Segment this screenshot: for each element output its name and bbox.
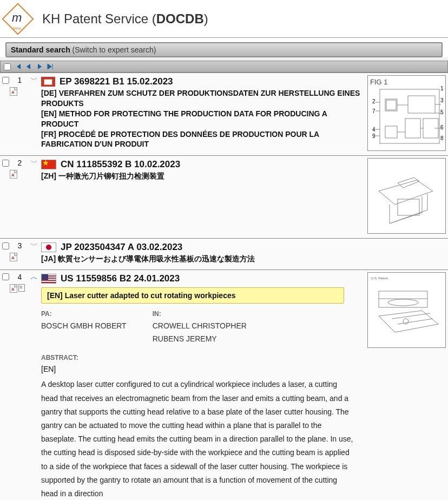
title-lang-tag: [FR]: [41, 130, 56, 139]
abstract-text: A desktop laser cutter configured to cut…: [41, 378, 355, 500]
last-page-icon[interactable]: [47, 63, 54, 70]
flag-us-icon: [41, 274, 56, 284]
result-number: 4: [18, 273, 22, 281]
svg-rect-0: [380, 89, 439, 143]
title-lang-tag: [EN]: [41, 109, 57, 118]
result-number: 2: [18, 159, 22, 167]
applicant-label: PA:: [41, 310, 127, 318]
result-row: 2 ﹀ CN 111855392 B 10.02.2023 [ZH] 一种激光刀…: [0, 155, 448, 238]
result-row-left: 4 ︿: [2, 272, 38, 500]
next-page-icon[interactable]: [36, 63, 43, 70]
title-text: METHOD FOR PROTECTING THE PRODUCTION DAT…: [41, 109, 327, 128]
title-lang-tag: [DE]: [41, 89, 57, 97]
result-number: 1: [18, 76, 22, 84]
expand-toggle-icon[interactable]: ﹀: [30, 158, 38, 168]
title-lang-tag: [JA]: [41, 254, 56, 263]
document-icon[interactable]: [18, 284, 25, 292]
result-titles: [JA] 軟質センサーおよび導電体用吸水性基板の迅速な製造方法: [41, 254, 442, 264]
svg-text:7: 7: [372, 108, 375, 114]
result-row-main: CN 111855392 B 10.02.2023 [ZH] 一种激光刀片铆钉扭…: [38, 158, 365, 234]
svg-text:8: 8: [440, 135, 443, 141]
publication-number: JP 2023504347 A 03.02.2023: [61, 242, 182, 253]
figure-label: FIG 1: [370, 78, 388, 86]
svg-text:1: 1: [440, 86, 443, 91]
app-header: m Mimi KH Patent Service (DOCDB): [0, 0, 448, 38]
status-badge-icon: ▇▇: [41, 77, 55, 87]
result-checkbox[interactable]: [2, 160, 9, 167]
abstract-label: ABSTRACT:: [41, 354, 361, 361]
svg-rect-4: [385, 126, 397, 138]
result-row-left: 2 ﹀: [2, 158, 38, 234]
result-row: 3 ﹀ JP 2023504347 A 03.02.2023 [JA] 軟質セン…: [0, 238, 448, 269]
result-thumbnail: [367, 158, 446, 234]
svg-text:6: 6: [440, 124, 443, 130]
svg-rect-5: [405, 119, 420, 138]
expand-toggle-icon[interactable]: ﹀: [30, 241, 38, 251]
result-number: 3: [18, 241, 22, 250]
results-toolbar: [0, 61, 448, 73]
svg-text:5: 5: [440, 109, 443, 115]
flag-cn-icon: [41, 160, 56, 169]
svg-rect-16: [398, 199, 419, 215]
result-row-left: 1 ﹀: [2, 75, 38, 151]
publication-number: EP 3698221 B1 15.02.2023: [60, 76, 173, 87]
result-thumbnail: FIG 1 1 2 3 7 5 6 4 8 9: [367, 75, 446, 151]
publication-line[interactable]: CN 111855392 B 10.02.2023: [41, 159, 361, 170]
title-lang-tag: [ZH]: [41, 172, 56, 180]
highlighted-title: [EN] Laser cutter adapted to cut rotatin…: [41, 287, 344, 304]
svg-rect-3: [408, 96, 435, 113]
biblio-columns: PA: BOSCH GMBH ROBERT IN: CROWELL CHRIST…: [41, 310, 361, 346]
result-row-left: 3 ﹀: [2, 241, 38, 265]
publication-line[interactable]: US 11559856 B2 24.01.2023: [41, 273, 361, 284]
svg-text:2: 2: [372, 98, 375, 104]
result-checkbox[interactable]: [2, 77, 9, 84]
app-logo: m Mimi: [4, 5, 31, 32]
svg-rect-1: [385, 99, 397, 111]
pdf-icon[interactable]: [10, 87, 17, 96]
flag-jp-icon: [41, 242, 56, 252]
search-mode-bar[interactable]: Standard search (Switch to expert search…: [5, 42, 443, 57]
title-text: PROCÉDÉ DE PROTECTION DES DONNÉES DE PRO…: [41, 130, 319, 149]
app-title: KH Patent Service (DOCDB): [42, 11, 208, 27]
result-titles: [DE] VERFAHREN ZUM SCHUTZ DER PRODUKTION…: [41, 88, 361, 149]
expand-toggle-icon[interactable]: ︿: [30, 272, 38, 282]
expand-toggle-icon[interactable]: ﹀: [30, 75, 38, 85]
publication-number: US 11559856 B2 24.01.2023: [61, 273, 180, 284]
pdf-icon[interactable]: [10, 284, 17, 293]
svg-text:3: 3: [440, 97, 443, 103]
search-mode-wrap: Standard search (Switch to expert search…: [0, 38, 448, 57]
inventor-value: CROWELL CHRISTOPHERRUBENS JEREMY: [153, 320, 247, 346]
result-row-main: JP 2023504347 A 03.02.2023 [JA] 軟質センサーおよ…: [38, 241, 446, 265]
svg-text:4: 4: [372, 127, 375, 133]
publication-number: CN 111855392 B 10.02.2023: [61, 159, 180, 170]
result-checkbox[interactable]: [2, 242, 9, 249]
result-row: 4 ︿ US 11559856 B2 24.01.2023 [EN] Laser…: [0, 269, 448, 500]
pdf-icon[interactable]: [10, 253, 17, 261]
pdf-icon[interactable]: [10, 170, 17, 179]
result-titles: [ZH] 一种激光刀片铆钉扭力检测装置: [41, 171, 361, 181]
select-all-checkbox[interactable]: [4, 63, 11, 70]
title-text: 一种激光刀片铆钉扭力检测装置: [56, 172, 164, 180]
result-checkbox[interactable]: [2, 273, 9, 280]
title-text: Laser cutter adapted to cut rotating wor…: [63, 291, 236, 300]
result-thumbnail: U.S. Patent: [367, 272, 446, 348]
publication-line[interactable]: JP 2023504347 A 03.02.2023: [41, 242, 442, 253]
prev-page-icon[interactable]: [25, 63, 32, 70]
search-mode-label: Standard search: [11, 45, 70, 54]
svg-text:9: 9: [372, 133, 375, 139]
svg-point-19: [388, 299, 418, 306]
abstract-lang: [EN]: [41, 365, 361, 373]
applicant-value: BOSCH GMBH ROBERT: [41, 320, 127, 333]
switch-to-expert-link[interactable]: (Switch to expert search): [70, 45, 156, 54]
svg-point-20: [403, 319, 409, 324]
svg-rect-2: [386, 100, 396, 110]
first-page-icon[interactable]: [14, 63, 22, 70]
result-row-main: US 11559856 B2 24.01.2023 [EN] Laser cut…: [38, 272, 365, 500]
title-lang-tag: [EN]: [47, 291, 63, 300]
publication-line[interactable]: ▇▇ EP 3698221 B1 15.02.2023: [41, 76, 361, 87]
result-row-main: ▇▇ EP 3698221 B1 15.02.2023 [DE] VERFAHR…: [38, 75, 365, 151]
title-text: 軟質センサーおよび導電体用吸水性基板の迅速な製造方法: [56, 254, 255, 263]
svg-text:U.S. Patent: U.S. Patent: [371, 277, 388, 280]
results-list: 1 ﹀ ▇▇ EP 3698221 B1 15.02.2023 [DE] VER…: [0, 73, 448, 500]
title-text: VERFAHREN ZUM SCHUTZ DER PRODUKTIONSDATE…: [41, 89, 360, 108]
